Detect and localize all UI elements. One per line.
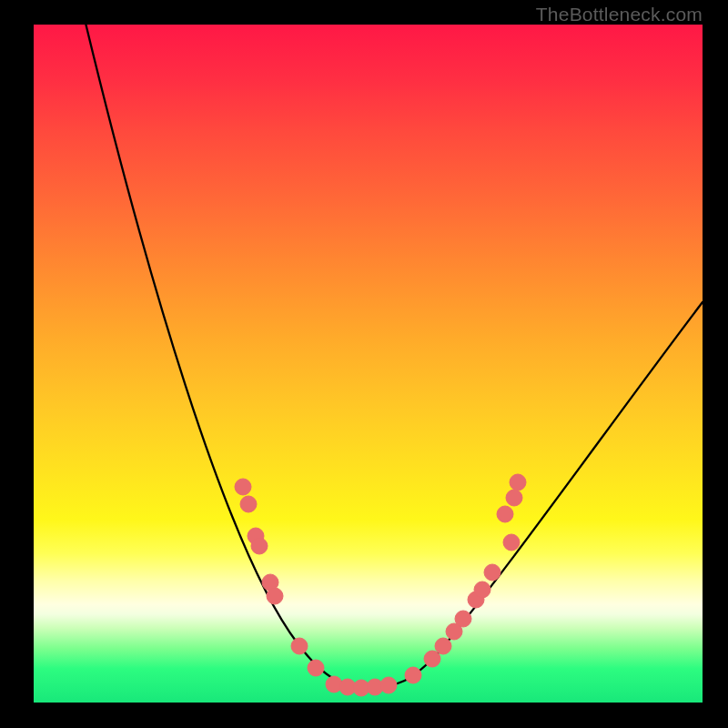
data-point	[510, 474, 526, 490]
data-point	[503, 534, 520, 551]
data-point	[435, 638, 451, 654]
data-point	[405, 667, 421, 683]
data-point	[380, 677, 397, 693]
data-point	[235, 479, 251, 495]
curve-svg	[34, 25, 703, 703]
attribution-text: TheBottleneck.com	[536, 4, 703, 25]
data-point	[308, 660, 324, 676]
plot-area	[34, 25, 703, 703]
bottleneck-curve	[84, 25, 703, 687]
data-point	[474, 581, 490, 598]
scatter-group	[235, 474, 526, 696]
data-point	[497, 506, 513, 522]
data-point	[455, 611, 471, 627]
chart-frame: TheBottleneck.com	[0, 0, 728, 728]
data-point	[240, 496, 257, 512]
data-point	[251, 538, 268, 554]
data-point	[484, 564, 500, 581]
data-point	[424, 651, 440, 667]
data-point	[267, 588, 283, 604]
data-point	[506, 490, 522, 506]
data-point	[291, 638, 308, 654]
